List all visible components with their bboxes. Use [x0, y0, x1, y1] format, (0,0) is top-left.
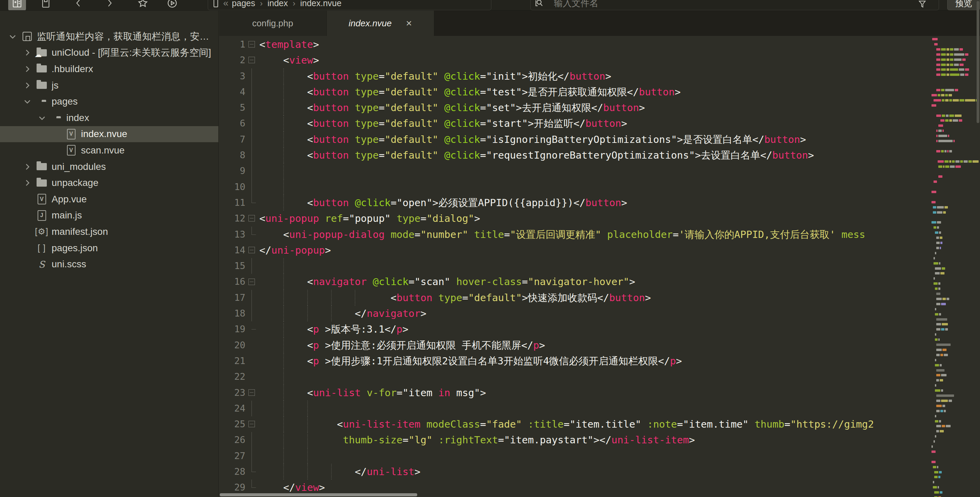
breadcrumb-item-index.nvue[interactable]: index.nvue [300, 0, 341, 8]
code-line-1[interactable]: 1<template> [219, 37, 980, 52]
tree-item-uni_modules[interactable]: uni_modules [0, 159, 218, 175]
line-number: 24 [219, 401, 245, 416]
code-line-11[interactable]: 11<button @click="open">必须设置APPID({{appi… [219, 195, 980, 210]
indent-guide [307, 306, 308, 321]
code-line-13[interactable]: 13<uni-popup-dialog mode="number" title=… [219, 227, 980, 242]
code-line-26[interactable]: 26thumb-size="lg" :rightText="item.payst… [219, 432, 980, 448]
tab-index.nvue[interactable]: index.nvue× [327, 11, 434, 36]
minimap-row [931, 318, 977, 321]
back-icon[interactable] [70, 0, 88, 11]
collapse-breadcrumb-icon[interactable]: « [223, 0, 229, 8]
code-line-7[interactable]: 7<button type="default" @click="isIgnori… [219, 132, 980, 147]
tree-item-label: index [66, 113, 89, 123]
save-icon[interactable] [37, 0, 55, 11]
code-editor[interactable]: 1<template>2<view>3<button type="default… [219, 36, 980, 497]
breadcrumb-item-index[interactable]: index [267, 0, 288, 8]
code-line-25[interactable]: 25<uni-list-item modeClass="fade" :title… [219, 416, 980, 432]
chevron-right-icon[interactable] [21, 161, 34, 173]
minimap-row [931, 364, 977, 366]
line-number: 22 [219, 369, 245, 384]
panel-toggle-icon[interactable] [8, 0, 26, 11]
file-search-box[interactable]: 输入文件名 [530, 0, 939, 10]
code-line-10[interactable]: 10 [219, 179, 980, 195]
tree-item-pages.json[interactable]: [ ]pages.json [0, 240, 218, 256]
code-line-2[interactable]: 2<view> [219, 52, 980, 68]
star-icon[interactable] [134, 0, 152, 11]
code-line-22[interactable]: 22 [219, 369, 980, 384]
code-line-3[interactable]: 3<button type="default" @click="init">初始… [219, 68, 980, 84]
code-line-28[interactable]: 28</uni-list> [219, 464, 980, 479]
code-line-24[interactable]: 24 [219, 401, 980, 416]
fold-toggle-icon[interactable] [245, 385, 259, 401]
filter-icon[interactable] [913, 0, 931, 11]
fold-toggle-icon[interactable] [245, 52, 259, 68]
indent-guide [355, 290, 355, 306]
vue-icon: V [63, 144, 79, 156]
fold-toggle-icon[interactable] [245, 37, 259, 52]
indent-guide [283, 147, 284, 163]
tree-item-index[interactable]: index [0, 110, 218, 126]
code-line-18[interactable]: 18</navigator> [219, 306, 980, 321]
minimap[interactable] [930, 36, 980, 497]
tree-item-.hbuilderx[interactable]: .hbuilderx [0, 61, 218, 77]
code-line-20[interactable]: 20<p >使用注意:必须开启通知权限 手机不能黑屏</p> [219, 338, 980, 353]
tab-config.php[interactable]: config.php [219, 11, 327, 36]
tree-item-scan.nvue[interactable]: Vscan.nvue [0, 142, 218, 159]
vertical-scrollbar[interactable] [977, 1, 979, 123]
code-line-4[interactable]: 4<button type="default" @click="test">是否… [219, 84, 980, 100]
tab-close-icon[interactable]: × [406, 18, 412, 29]
code-line-14[interactable]: 14</uni-popup> [219, 242, 980, 258]
minimap-row [931, 43, 977, 45]
code-line-19[interactable]: 19<p >版本号:3.1</p> [219, 321, 980, 337]
code-line-12[interactable]: 12<uni-popup ref="popup" type="dialog"> [219, 210, 980, 226]
code-line-9[interactable]: 9 [219, 163, 980, 179]
code-line-15[interactable]: 15 [219, 258, 980, 274]
chevron-right-icon[interactable] [21, 63, 34, 75]
code-text: <button type="default" @click="set">去开启通… [307, 100, 645, 116]
code-line-5[interactable]: 5<button type="default" @click="set">去开启… [219, 100, 980, 116]
tree-item-manifest.json[interactable]: [⚙]manifest.json [0, 223, 218, 240]
tree-item-main.js[interactable]: Jmain.js [0, 207, 218, 224]
minimap-row [931, 400, 977, 402]
fold-guide [245, 68, 259, 84]
code-line-6[interactable]: 6<button type="default" @click="start">开… [219, 116, 980, 131]
preview-button[interactable]: 预览 [947, 0, 980, 10]
line-number: 21 [219, 353, 245, 369]
fold-toggle-icon[interactable] [245, 242, 259, 258]
tree-item-js[interactable]: js [0, 77, 218, 94]
chevron-spacer [50, 145, 63, 156]
tree-item--...[interactable]: 监听通知栏内容，获取通知栏消息，安卓原... [0, 29, 218, 45]
code-line-27[interactable]: 27 [219, 448, 980, 464]
fold-toggle-icon[interactable] [245, 210, 259, 226]
chevron-down-icon[interactable] [35, 112, 49, 124]
chevron-down-icon[interactable] [21, 96, 34, 107]
breadcrumb-item-pages[interactable]: pages [232, 0, 255, 8]
minimap-row [931, 115, 977, 117]
tree-item-unpackage[interactable]: unpackage [0, 175, 218, 191]
search-placeholder: 输入文件名 [554, 0, 598, 9]
forward-icon[interactable] [100, 0, 118, 11]
device-icon[interactable] [208, 0, 223, 11]
tree-item-App.vue[interactable]: VApp.vue [0, 191, 218, 207]
horizontal-scrollbar[interactable] [220, 493, 417, 496]
code-line-23[interactable]: 23<uni-list v-for="item in msg"> [219, 385, 980, 401]
chevron-right-icon[interactable] [21, 80, 34, 91]
fold-toggle-icon[interactable] [245, 274, 259, 290]
tree-item-uni.scss[interactable]: Suni.scss [0, 256, 218, 272]
code-line-8[interactable]: 8<button type="default" @click="requestI… [219, 147, 980, 163]
chevron-right-icon[interactable] [21, 177, 34, 189]
tree-item-index.nvue[interactable]: Vindex.nvue [0, 126, 218, 143]
fold-guide [245, 179, 259, 195]
chevron-right-icon[interactable] [21, 47, 34, 59]
line-number: 15 [219, 258, 245, 274]
run-icon[interactable] [163, 0, 181, 11]
minimap-row [931, 338, 977, 341]
tree-item-pages[interactable]: pages [0, 93, 218, 110]
chevron-down-icon[interactable] [6, 31, 19, 42]
code-text: <uni-list v-for="item in msg"> [307, 385, 486, 401]
code-line-17[interactable]: 17<button type="default">快速添加收款码</button… [219, 290, 980, 306]
code-line-16[interactable]: 16<navigator @click="scan" hover-class="… [219, 274, 980, 290]
code-line-21[interactable]: 21<p >使用步骤:1开启通知权限2设置白名单3开始监听4微信必须开启通知栏权… [219, 353, 980, 369]
tree-item-uniCloud---[interactable]: ☁uniCloud - [阿里云:未关联云服务空间] [0, 45, 218, 61]
fold-toggle-icon[interactable] [245, 416, 259, 432]
